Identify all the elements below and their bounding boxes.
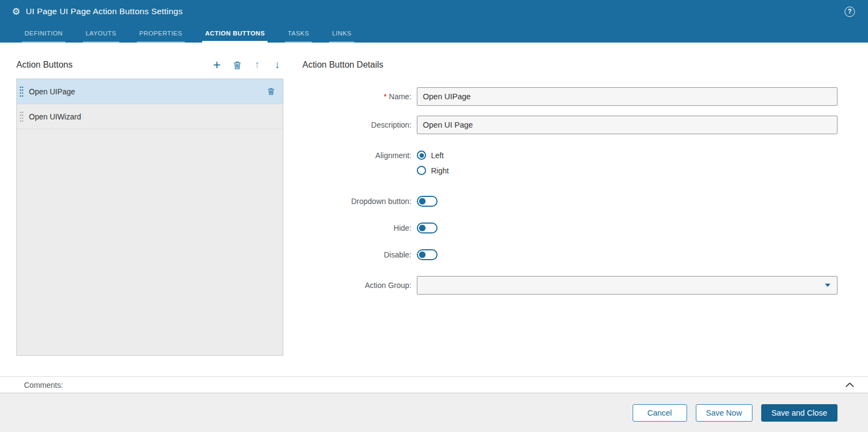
tab-action-buttons[interactable]: ACTION BUTTONS xyxy=(202,30,268,43)
drag-handle-icon[interactable] xyxy=(20,111,24,123)
radio-left-label: Left xyxy=(431,151,444,160)
description-field[interactable] xyxy=(417,116,837,134)
action-buttons-panel-header: Action Buttons + ↑ ↓ xyxy=(16,56,283,74)
tab-definition[interactable]: DEFINITION xyxy=(22,30,65,43)
delete-button-icon[interactable] xyxy=(231,59,243,71)
chevron-up-icon xyxy=(846,382,854,387)
settings-window: ⚙ UI Page UI Page Action Buttons Setting… xyxy=(0,0,868,432)
save-now-button[interactable]: Save Now xyxy=(696,404,752,422)
action-group-row: Action Group: xyxy=(302,276,837,295)
action-group-label: Action Group: xyxy=(302,276,411,295)
trash-icon xyxy=(233,61,242,70)
row-trash-icon[interactable] xyxy=(267,87,275,95)
details-title: Action Button Details xyxy=(302,56,837,74)
hide-label: Hide: xyxy=(302,223,411,233)
comments-label: Comments: xyxy=(24,381,63,389)
drag-handle-icon[interactable] xyxy=(20,86,24,98)
name-field[interactable] xyxy=(417,87,837,106)
dropdown-button-label: Dropdown button: xyxy=(302,196,411,206)
alignment-left-option[interactable]: Left xyxy=(417,151,837,160)
tab-layouts[interactable]: LAYOUTS xyxy=(83,30,119,43)
header: ⚙ UI Page UI Page Action Buttons Setting… xyxy=(0,0,868,43)
toggle-knob xyxy=(419,198,426,205)
move-up-icon[interactable]: ↑ xyxy=(251,59,263,71)
description-row: Description: xyxy=(302,116,837,134)
tab-bar: DEFINITION LAYOUTS PROPERTIES ACTION BUT… xyxy=(0,23,868,43)
gear-icon: ⚙ xyxy=(12,7,20,16)
required-marker: * xyxy=(384,92,386,101)
footer: Cancel Save Now Save and Close xyxy=(0,393,868,432)
alignment-right-option[interactable]: Right xyxy=(417,166,837,175)
action-button-details-panel: Action Button Details *Name: Description… xyxy=(302,56,868,376)
disable-toggle[interactable] xyxy=(417,249,438,260)
toggle-knob xyxy=(419,225,426,231)
action-group-select[interactable] xyxy=(417,276,837,295)
move-down-icon[interactable]: ↓ xyxy=(271,59,283,71)
comments-collapse-button[interactable] xyxy=(846,382,854,387)
add-button-icon[interactable]: + xyxy=(211,59,223,71)
radio-left-icon[interactable] xyxy=(417,151,426,160)
alignment-radio-group: Left Right xyxy=(417,151,837,175)
list-toolbar: + ↑ ↓ xyxy=(211,59,283,71)
alignment-label: Alignment: xyxy=(302,151,411,160)
dropdown-button-toggle[interactable] xyxy=(417,196,438,207)
tab-links[interactable]: LINKS xyxy=(329,30,354,43)
tab-properties[interactable]: PROPERTIES xyxy=(137,30,185,43)
action-buttons-panel-title: Action Buttons xyxy=(16,60,72,70)
disable-row: Disable: xyxy=(302,249,837,260)
action-buttons-panel: Action Buttons + ↑ ↓ xyxy=(16,56,283,356)
radio-right-label: Right xyxy=(431,166,449,175)
page-title: UI Page UI Page Action Buttons Settings xyxy=(26,7,183,16)
radio-right-icon[interactable] xyxy=(417,166,426,175)
title-row: ⚙ UI Page UI Page Action Buttons Setting… xyxy=(0,0,868,23)
list-item[interactable]: Open UIWizard xyxy=(17,104,283,129)
list-item-label: Open UIWizard xyxy=(29,112,81,121)
alignment-row: Alignment: Left Right xyxy=(302,151,837,175)
name-row: *Name: xyxy=(302,87,837,106)
list-item[interactable]: Open UIPage xyxy=(17,79,283,104)
help-icon[interactable]: ? xyxy=(845,7,855,17)
disable-label: Disable: xyxy=(302,250,411,260)
dropdown-button-row: Dropdown button: xyxy=(302,196,837,207)
description-label: Description: xyxy=(302,116,411,134)
toggle-knob xyxy=(419,251,426,258)
main-content: Action Buttons + ↑ ↓ xyxy=(0,43,868,376)
save-and-close-button[interactable]: Save and Close xyxy=(761,404,837,422)
list-item-label: Open UIPage xyxy=(29,87,75,96)
name-label: *Name: xyxy=(302,87,411,106)
tab-tasks[interactable]: TASKS xyxy=(285,30,312,43)
action-buttons-list: Open UIPage xyxy=(16,79,283,356)
comments-bar: Comments: xyxy=(0,376,868,393)
chevron-down-icon xyxy=(825,284,830,287)
hide-row: Hide: xyxy=(302,223,837,233)
hide-toggle[interactable] xyxy=(417,223,438,233)
cancel-button[interactable]: Cancel xyxy=(633,404,687,422)
